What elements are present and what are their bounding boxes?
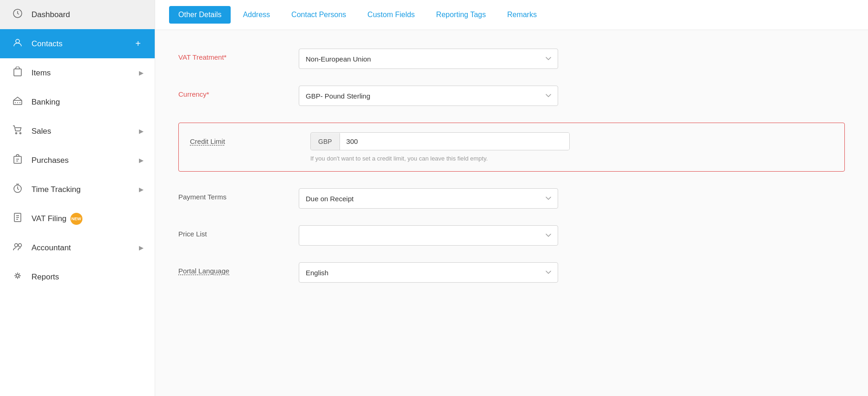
currency-prefix: GBP [311, 133, 340, 150]
svg-point-7 [16, 133, 17, 134]
dashboard-icon [11, 8, 24, 21]
sidebar-item-vat-filing[interactable]: VAT Filing NEW [0, 204, 155, 233]
tab-contact-persons[interactable]: Contact Persons [282, 6, 355, 24]
sidebar-item-sales[interactable]: Sales ▶ [0, 117, 155, 146]
currency-row: Currency* GBP- Pound Sterling USD- US Do… [178, 86, 845, 106]
contacts-add-button[interactable]: + [132, 38, 144, 50]
sidebar-item-items[interactable]: Items ▶ [0, 58, 155, 87]
svg-point-12 [15, 244, 18, 247]
sidebar-item-label: Items [31, 68, 51, 78]
contacts-icon [11, 37, 24, 50]
tab-address[interactable]: Address [233, 6, 279, 24]
main-content: Other Details Address Contact Persons Cu… [155, 0, 868, 396]
sidebar-item-label: Time Tracking [31, 185, 81, 194]
svg-rect-9 [14, 156, 21, 163]
tab-remarks[interactable]: Remarks [498, 6, 546, 24]
form-area: VAT Treatment* Non-European Union Europe… [155, 30, 868, 396]
portal-language-select[interactable]: English French German Spanish [299, 262, 558, 283]
chevron-right-icon: ▶ [139, 128, 144, 135]
price-list-row: Price List [178, 225, 845, 246]
tabs-bar: Other Details Address Contact Persons Cu… [155, 0, 868, 30]
currency-select[interactable]: GBP- Pound Sterling USD- US Dollar EUR- … [299, 86, 558, 106]
sidebar-item-dashboard[interactable]: Dashboard [0, 0, 155, 29]
tab-other-details[interactable]: Other Details [169, 6, 231, 24]
new-badge: NEW [70, 213, 82, 225]
time-tracking-icon [11, 183, 24, 196]
chevron-right-icon: ▶ [139, 69, 144, 76]
svg-point-1 [16, 39, 19, 43]
sidebar-item-label: Dashboard [31, 10, 70, 19]
svg-point-8 [20, 133, 21, 134]
payment-terms-label: Payment Terms [178, 188, 299, 201]
svg-rect-2 [14, 69, 21, 76]
payment-terms-select[interactable]: Due on Receipt Net 30 Net 60 [299, 188, 558, 209]
portal-language-label: Portal Language [178, 262, 299, 275]
accountant-icon [11, 241, 24, 254]
credit-limit-input[interactable] [340, 133, 569, 150]
sidebar-item-banking[interactable]: Banking [0, 87, 155, 117]
vat-treatment-label: VAT Treatment* [178, 49, 299, 61]
vat-filing-icon [11, 212, 24, 225]
portal-language-row: Portal Language English French German Sp… [178, 262, 845, 283]
svg-point-13 [19, 244, 22, 247]
sidebar-item-contacts[interactable]: Contacts + [0, 29, 155, 58]
vat-treatment-control-wrap: Non-European Union European Union Outsid… [299, 49, 558, 69]
banking-icon [11, 96, 24, 108]
purchases-icon [11, 154, 24, 167]
credit-limit-label: Credit Limit [190, 137, 310, 145]
items-icon [11, 67, 24, 79]
price-list-select[interactable] [299, 225, 558, 246]
sidebar: Dashboard Contacts + Items ▶ [0, 0, 155, 396]
sidebar-item-label: Accountant [31, 243, 71, 253]
currency-label: Currency* [178, 86, 299, 98]
chevron-right-icon: ▶ [139, 244, 144, 251]
credit-limit-input-wrap: GBP [310, 132, 570, 150]
sales-icon [11, 125, 24, 137]
payment-terms-control-wrap: Due on Receipt Net 30 Net 60 [299, 188, 558, 209]
sidebar-item-label: Banking [31, 98, 60, 107]
payment-terms-row: Payment Terms Due on Receipt Net 30 Net … [178, 188, 845, 209]
chevron-right-icon: ▶ [139, 186, 144, 193]
sidebar-item-label: VAT Filing [31, 214, 67, 223]
sidebar-item-label: Purchases [31, 156, 69, 165]
sidebar-item-time-tracking[interactable]: Time Tracking ▶ [0, 175, 155, 204]
credit-limit-hint: If you don't want to set a credit limit,… [310, 155, 833, 162]
price-list-label: Price List [178, 225, 299, 238]
tab-reporting-tags[interactable]: Reporting Tags [427, 6, 495, 24]
sidebar-item-accountant[interactable]: Accountant ▶ [0, 233, 155, 262]
credit-limit-box: Credit Limit GBP If you don't want to se… [178, 123, 845, 172]
vat-treatment-row: VAT Treatment* Non-European Union Europe… [178, 49, 845, 69]
vat-treatment-select[interactable]: Non-European Union European Union Outsid… [299, 49, 558, 69]
sidebar-item-purchases[interactable]: Purchases ▶ [0, 146, 155, 175]
price-list-control-wrap [299, 225, 558, 246]
currency-control-wrap: GBP- Pound Sterling USD- US Dollar EUR- … [299, 86, 558, 106]
sidebar-item-label: Contacts [31, 39, 63, 49]
reports-icon [11, 271, 24, 283]
sidebar-item-reports[interactable]: Reports [0, 262, 155, 291]
credit-limit-row: Credit Limit GBP [190, 132, 833, 150]
chevron-right-icon: ▶ [139, 157, 144, 164]
tab-custom-fields[interactable]: Custom Fields [358, 6, 424, 24]
svg-point-14 [16, 274, 19, 277]
sidebar-item-label: Sales [31, 127, 51, 136]
portal-language-control-wrap: English French German Spanish [299, 262, 558, 283]
sidebar-item-label: Reports [31, 272, 59, 282]
